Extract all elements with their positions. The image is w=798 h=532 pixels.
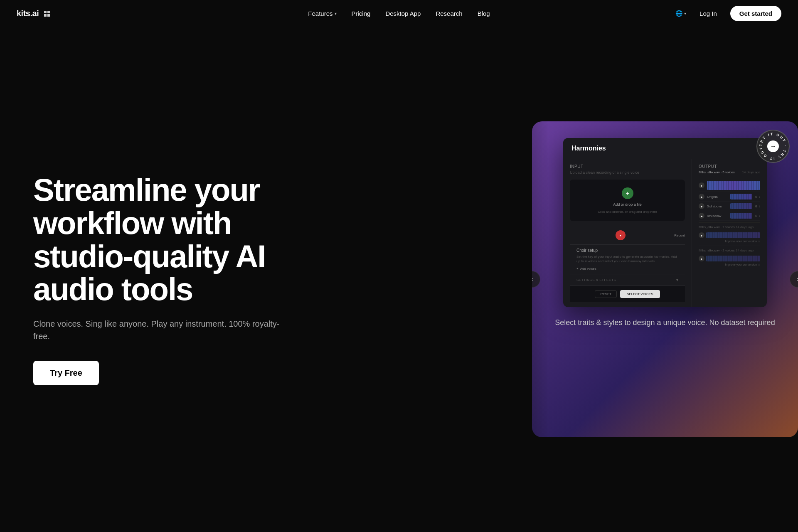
original-label: Original [707, 195, 728, 199]
nav-links: Features ▾ Pricing Desktop App Research … [308, 10, 490, 17]
output-item-4th: ▶ 4th below ⊕ ↓ [699, 211, 760, 221]
main-waveform [707, 181, 760, 190]
app-title: Harmonies [571, 145, 606, 152]
chevron-down-icon: ▾ [684, 11, 686, 16]
login-button[interactable]: Log In [693, 7, 724, 20]
nav-link-features[interactable]: Features ▾ [308, 10, 336, 17]
logo[interactable]: kits.ai [17, 8, 52, 18]
output-filename: fifths_alto.wav · 5 voices [699, 170, 735, 174]
fourth-actions: ⊕ ↓ [755, 214, 760, 218]
upload-text: Add or drop a file [613, 202, 642, 207]
chevron-down-icon: ▾ [335, 11, 337, 16]
select-voices-button[interactable]: SELECT VOICES [620, 290, 660, 298]
hero-title: Streamline your workflow with studio-qua… [33, 173, 283, 306]
third-play-button[interactable]: ▶ [699, 203, 704, 209]
settings-label: SETTINGS & EFFECTS [576, 278, 616, 282]
play2-button[interactable]: ▶ [699, 232, 704, 238]
fourth-play-button[interactable]: ▶ [699, 213, 704, 219]
output-label: Output [699, 164, 760, 169]
settings-chevron: ▾ [676, 278, 678, 282]
play3-button[interactable]: ▶ [699, 256, 704, 261]
original-play-button[interactable]: ▶ [699, 194, 704, 200]
hero-right: TRY IT OUT · TRY IT OUT · → Harmonies [308, 27, 798, 532]
output-timestamp: 14 days ago [742, 170, 760, 174]
waveform3 [706, 256, 760, 261]
choir-desc: Set the key of your input audio to gener… [576, 254, 678, 264]
output-panel: Output fifths_alto.wav · 5 voices 14 day… [692, 159, 767, 307]
language-selector[interactable]: 🌐 ▾ [675, 10, 686, 17]
logo-icon [42, 8, 52, 18]
third-waveform [730, 203, 752, 209]
choir-title: Choir setup [576, 248, 678, 253]
try-free-button[interactable]: Try Free [33, 361, 99, 385]
output-item-3rd: ▶ 3rd above ⊕ ↓ [699, 202, 760, 211]
try-it-out-arrow[interactable]: → [767, 140, 779, 152]
navbar: kits.ai Features ▾ Pricing Desktop App R… [0, 0, 798, 27]
choir-setup-section: Choir setup Set the key of your input au… [570, 244, 685, 274]
plus-icon: + [576, 267, 579, 271]
nav-link-blog[interactable]: Blog [478, 10, 490, 17]
logo-text: kits.ai [17, 9, 39, 18]
app-preview-inner: TRY IT OUT · TRY IT OUT · → Harmonies [532, 121, 798, 437]
try-it-out-badge[interactable]: TRY IT OUT · TRY IT OUT · → [756, 130, 790, 163]
app-body: Input Upload a clean recording of a sing… [563, 159, 767, 307]
app-preview-container: TRY IT OUT · TRY IT OUT · → Harmonies [532, 121, 798, 437]
original-actions: ⊕ ↓ [755, 195, 760, 199]
fourth-waveform [730, 213, 752, 219]
app-caption: Select traits & styles to design a uniqu… [555, 317, 775, 328]
nav-link-pricing[interactable]: Pricing [352, 10, 371, 17]
add-voices-button[interactable]: + Add voices [576, 267, 678, 271]
nav-actions: 🌐 ▾ Log In Get started [675, 6, 781, 21]
input-label: Input [570, 164, 685, 169]
app-header: Harmonies [563, 138, 767, 159]
try-it-out-inner: TRY IT OUT · TRY IT OUT · → [757, 131, 789, 162]
hero-left: Streamline your workflow with studio-qua… [33, 173, 308, 385]
input-panel: Input Upload a clean recording of a sing… [563, 159, 692, 307]
settings-bar: SETTINGS & EFFECTS ▾ [570, 274, 685, 286]
filename3: fifths_alto.wav · 2 voices 14 days ago [699, 249, 760, 252]
upload-area[interactable]: + Add or drop a file Click and browse, o… [570, 180, 685, 221]
third-actions: ⊕ ↓ [755, 204, 760, 208]
hero-subtitle: Clone voices. Sing like anyone. Play any… [33, 318, 283, 342]
globe-icon: 🌐 [675, 10, 682, 17]
filename2: fifths_alto.wav · 2 voices 14 days ago [699, 225, 760, 229]
original-waveform [730, 194, 752, 200]
reset-button[interactable]: RESET [595, 290, 617, 298]
improve-label1[interactable]: Improve your conversion ☆ [699, 240, 760, 243]
upload-icon: + [622, 187, 633, 199]
get-started-button[interactable]: Get started [730, 6, 781, 21]
waveform2 [706, 232, 760, 238]
main-play-button[interactable]: ▶ [699, 182, 704, 188]
nav-link-desktop-app[interactable]: Desktop App [385, 10, 421, 17]
improve-label2[interactable]: Improve your conversion ☆ [699, 263, 760, 266]
record-label: Record [674, 234, 685, 237]
nav-link-research[interactable]: Research [436, 10, 462, 17]
input-subtitle: Upload a clean recording of a single voi… [570, 170, 685, 175]
output-item-original: ▶ Original ⊕ ↓ [699, 192, 760, 202]
fourth-label: 4th below [707, 214, 728, 218]
hero-section: Streamline your workflow with studio-qua… [0, 27, 798, 532]
third-label: 3rd above [707, 204, 728, 208]
upload-subtext: Click and browse, or drag and drop here [598, 210, 657, 214]
action-buttons: RESET SELECT VOICES [570, 286, 685, 302]
app-screenshot: Harmonies Input Upload a clean recording… [563, 138, 767, 307]
record-button[interactable]: ● [616, 230, 626, 240]
